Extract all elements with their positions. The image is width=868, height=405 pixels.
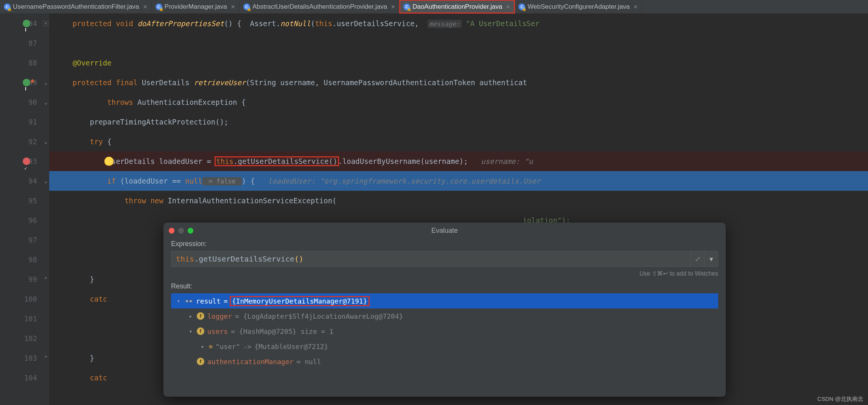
field-name: authenticationManager [207, 358, 294, 366]
gutter-line-89[interactable]: 89 ⌄ [0, 73, 49, 92]
gutter: 84 + 87 88 89 ⌄ 90⌄ 91 92⌄ 93 ✓ 94⌄ 95 9… [0, 14, 49, 405]
result-auth-manager-row[interactable]: ▸ f authenticationManager = null [171, 354, 718, 369]
close-icon[interactable]: ✕ [231, 4, 235, 10]
zoom-window-button[interactable] [188, 228, 193, 234]
gutter-line-95[interactable]: 95 [0, 191, 49, 210]
fold-collapse-icon[interactable]: ⌄ [44, 73, 48, 92]
gutter-line-88[interactable]: 88 [0, 53, 49, 73]
chevron-right-icon[interactable]: ▸ [200, 343, 206, 349]
tab-username-password-filter[interactable]: C🔒 UsernamePasswordAuthenticationFilter.… [0, 0, 152, 13]
fold-collapse-icon[interactable]: ⌄ [44, 132, 48, 151]
dialog-body: Expression: this.getUserDetailsService()… [163, 238, 726, 371]
expand-expression-button[interactable]: ⤢ [691, 251, 705, 267]
code-line-84[interactable]: protected void doAfterPropertiesSet() { … [49, 14, 868, 33]
result-root-value: {InMemoryUserDetailsManager@7191} [231, 297, 369, 305]
expression-label: Expression: [171, 240, 718, 248]
result-root-row[interactable]: ▾ 👓 result = {InMemoryUserDetailsManager… [171, 293, 718, 308]
chevron-right-icon[interactable]: ▸ [188, 313, 194, 319]
dialog-title: Evaluate [431, 227, 458, 235]
gutter-line-93[interactable]: 93 ✓ [0, 151, 49, 171]
watermark: CSDN @北执南念 [817, 396, 863, 403]
field-value: = null [297, 358, 321, 366]
field-icon: f [197, 312, 204, 320]
chevron-down-icon[interactable]: ▾ [176, 298, 182, 304]
intention-bulb-icon[interactable] [104, 157, 114, 166]
fold-expand-icon[interactable]: ⌃ [44, 348, 48, 368]
chevron-down-icon[interactable]: ▾ [188, 328, 194, 334]
result-user-entry-row[interactable]: ▸ ≡ "user" -> {MutableUser@7212} [171, 339, 718, 354]
code-line-94[interactable]: if (loadedUser == null = false ) { loade… [49, 171, 868, 191]
gutter-line-99[interactable]: 99⌃ [0, 269, 49, 289]
arrow-up-icon [30, 79, 35, 83]
map-key: "user" [216, 343, 240, 350]
expression-row: this.getUserDetailsService() ⤢ ▾ [171, 251, 718, 267]
field-name: users [207, 327, 228, 335]
gutter-line-100[interactable]: 100 [0, 289, 49, 309]
editor-tab-bar: C🔒 UsernamePasswordAuthenticationFilter.… [0, 0, 868, 14]
fold-plus-icon[interactable]: + [43, 21, 48, 26]
result-glasses-icon: 👓 [185, 297, 193, 305]
implements-gutter-icon[interactable] [23, 79, 30, 86]
code-line-92[interactable]: try { [49, 132, 868, 151]
gutter-line-103[interactable]: 103⌃ [0, 348, 49, 368]
gutter-line-101[interactable]: 101 [0, 309, 49, 329]
gutter-line-94[interactable]: 94⌄ [0, 171, 49, 191]
result-users-row[interactable]: ▾ f users = {HashMap@7205} size = 1 [171, 324, 718, 339]
gutter-line-90[interactable]: 90⌄ [0, 92, 49, 112]
tab-label: ProviderManager.java [165, 3, 227, 11]
close-window-button[interactable] [169, 228, 174, 234]
java-class-icon: C🔒 [243, 3, 250, 10]
java-class-icon: C🔒 [156, 3, 162, 10]
java-class-icon: C🔒 [4, 3, 11, 10]
code-line-93[interactable]: UserDetails loadedUser = this.getUserDet… [49, 151, 868, 171]
gutter-line-87[interactable]: 87 [0, 33, 49, 53]
minimize-window-button[interactable] [178, 228, 184, 234]
map-value: {MutableUser@7212} [254, 343, 328, 350]
code-line-90[interactable]: throws AuthenticationException { [49, 92, 868, 112]
result-logger-row[interactable]: ▸ f logger = {LogAdapter$Slf4jLocationAw… [171, 308, 718, 324]
code-line-95[interactable]: throw new InternalAuthenticationServiceE… [49, 191, 868, 210]
code-line-87[interactable] [49, 33, 868, 53]
expression-input[interactable]: this.getUserDetailsService() [171, 251, 691, 267]
gutter-line-91[interactable]: 91 [0, 112, 49, 132]
evaluate-dialog: Evaluate Expression: this.getUserDetails… [163, 223, 726, 397]
code-line-88[interactable]: @Override [49, 53, 868, 73]
window-controls [169, 228, 193, 234]
tab-label: DaoAuthenticationProvider.java [412, 3, 502, 11]
fold-collapse-icon[interactable]: ⌄ [44, 92, 48, 112]
tab-provider-manager[interactable]: C🔒 ProviderManager.java ✕ [152, 0, 240, 13]
result-tree: ▾ 👓 result = {InMemoryUserDetailsManager… [171, 293, 718, 369]
field-icon: f [197, 358, 204, 365]
code-line-89[interactable]: protected final UserDetails retrieveUser… [49, 73, 868, 92]
gutter-line-96[interactable]: 96 [0, 210, 49, 230]
tab-abstract-user-details-provider[interactable]: C🔒 AbstractUserDetailsAuthenticationProv… [240, 0, 400, 13]
tab-label: UsernamePasswordAuthenticationFilter.jav… [13, 3, 139, 11]
add-to-watches-hint: Use ⇧⌘↩ to add to Watches [171, 270, 718, 277]
fold-expand-icon[interactable]: ⌃ [44, 269, 48, 289]
gutter-line-104[interactable]: 104 [0, 368, 49, 388]
dialog-titlebar[interactable]: Evaluate [163, 223, 726, 238]
result-label: Result: [171, 282, 718, 290]
code-line-91[interactable]: prepareTimingAttackProtection(); [49, 112, 868, 132]
close-icon[interactable]: ✕ [506, 4, 510, 10]
map-entry-icon: ≡ [209, 343, 213, 350]
close-icon[interactable]: ✕ [143, 4, 148, 10]
gutter-line-92[interactable]: 92⌄ [0, 132, 49, 151]
field-name: logger [207, 312, 232, 320]
close-icon[interactable]: ✕ [633, 4, 638, 10]
expression-history-dropdown[interactable]: ▾ [705, 251, 718, 267]
field-value: = {LogAdapter$Slf4jLocationAwareLog@7204… [235, 312, 403, 320]
result-root-label: result [196, 297, 221, 305]
close-icon[interactable]: ✕ [391, 4, 395, 10]
override-gutter-icon[interactable] [23, 20, 30, 27]
gutter-line-98[interactable]: 98 [0, 250, 49, 269]
gutter-line-102[interactable]: 102 [0, 329, 49, 348]
tab-dao-authentication-provider[interactable]: C🔒 DaoAuthenticationProvider.java ✕ [400, 0, 515, 13]
breakpoint-icon[interactable]: ✓ [23, 157, 30, 165]
tab-web-security-configurer-adapter[interactable]: C🔒 WebSecurityConfigurerAdapter.java ✕ [515, 0, 642, 13]
field-value: = {HashMap@7205} size = 1 [231, 327, 333, 335]
fold-collapse-icon[interactable]: ⌄ [44, 171, 48, 191]
gutter-line-97[interactable]: 97 [0, 230, 49, 250]
java-class-icon: C🔒 [403, 3, 410, 10]
gutter-line-84[interactable]: 84 + [0, 14, 49, 33]
